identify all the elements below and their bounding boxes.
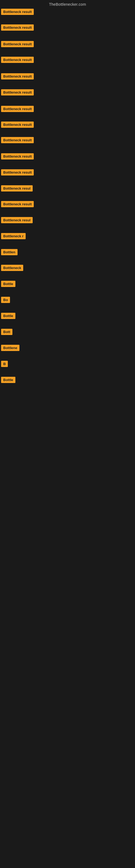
result-row: Bottleneck result [0,122,135,129]
bottleneck-badge[interactable]: Bottleneck result [1,106,34,112]
result-row: Bottleneck result [0,169,135,177]
page-wrapper: TheBottlenecker.com Bottleneck resultBot… [0,0,135,868]
result-row: Bottleneck result [0,201,135,208]
result-row: Bottleneck result [0,106,135,113]
bottleneck-badge[interactable]: Bo [1,297,10,303]
bottleneck-badge[interactable]: Bottleneck result [1,89,34,95]
bottleneck-badge[interactable]: Bottleneck result [1,9,34,15]
bottleneck-badge[interactable]: Bottle [1,313,15,319]
result-row: Bottlen [0,249,135,256]
bottleneck-badge[interactable]: Bott [1,329,12,335]
bottleneck-badge[interactable]: Bottleneck result [1,153,34,159]
result-row: Bottle [0,281,135,288]
result-row: Bottleneck result [0,41,135,48]
bottleneck-badge[interactable]: Bottlene [1,345,19,351]
result-row: Bottleneck resul [0,185,135,193]
bottleneck-badge[interactable]: Bottlen [1,249,17,255]
bottleneck-badge[interactable]: Bottleneck result [1,137,34,143]
bottleneck-badge[interactable]: Bottleneck result [1,57,34,63]
site-title: TheBottlenecker.com [0,0,135,8]
result-row: Bottleneck resul [0,217,135,224]
result-row: Bottleneck [0,265,135,272]
bottleneck-badge[interactable]: Bottleneck [1,265,23,271]
bottleneck-badge[interactable]: B [1,361,8,367]
bottleneck-badge[interactable]: Bottleneck resul [1,217,33,223]
result-row: Bottleneck result [0,24,135,32]
bottleneck-badge[interactable]: Bottle [1,281,15,287]
result-row: Bottleneck result [0,153,135,161]
result-row: Bottleneck result [0,89,135,97]
bottleneck-badge[interactable]: Bottleneck resul [1,185,33,191]
result-row: Bottlene [0,345,135,352]
bottleneck-badge[interactable]: Bottle [1,377,15,383]
result-row: B [0,361,135,368]
bottleneck-badge[interactable]: Bottleneck result [1,73,34,80]
result-row: Bottle [0,313,135,320]
result-row: Bott [0,329,135,336]
bottleneck-badge[interactable]: Bottleneck result [1,201,34,207]
result-row: Bottleneck result [0,137,135,144]
result-row: Bottleneck result [0,57,135,64]
result-row: Bottleneck r [0,233,135,240]
bottleneck-badge[interactable]: Bottleneck result [1,41,34,47]
result-row: Bottleneck result [0,9,135,16]
bottleneck-badge[interactable]: Bottleneck result [1,122,34,128]
result-row: Bottle [0,377,135,384]
result-row: Bo [0,297,135,304]
bottleneck-badge[interactable]: Bottleneck result [1,24,34,31]
bottleneck-badge[interactable]: Bottleneck r [1,233,26,239]
results-container: Bottleneck resultBottleneck resultBottle… [0,9,135,384]
result-row: Bottleneck result [0,73,135,81]
bottleneck-badge[interactable]: Bottleneck result [1,169,34,176]
